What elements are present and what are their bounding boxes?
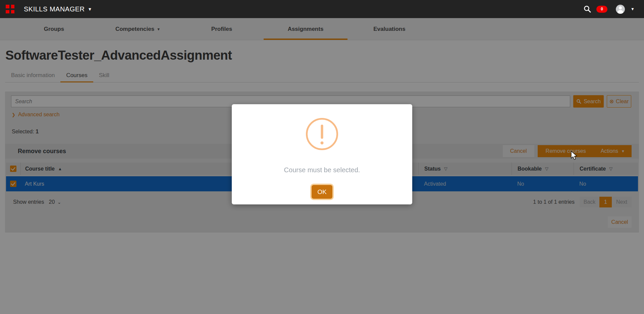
user-avatar[interactable] xyxy=(616,5,625,14)
modal-message: Course must be selected. xyxy=(284,166,360,174)
chevron-down-icon: ▼ xyxy=(88,7,92,12)
user-menu-chevron-icon[interactable]: ▼ xyxy=(631,7,635,11)
warning-exclamation-icon xyxy=(306,118,338,150)
app-switcher[interactable]: SKILLS MANAGER ▼ xyxy=(24,5,92,13)
app-logo-icon xyxy=(6,5,14,13)
ok-button[interactable]: OK xyxy=(312,185,332,199)
notification-badge[interactable]: 0 xyxy=(596,6,607,13)
alert-modal: Course must be selected. OK xyxy=(232,104,412,204)
app-title: SKILLS MANAGER xyxy=(24,5,85,13)
topbar: SKILLS MANAGER ▼ 0 ▼ xyxy=(0,0,644,18)
search-icon[interactable] xyxy=(583,5,591,13)
